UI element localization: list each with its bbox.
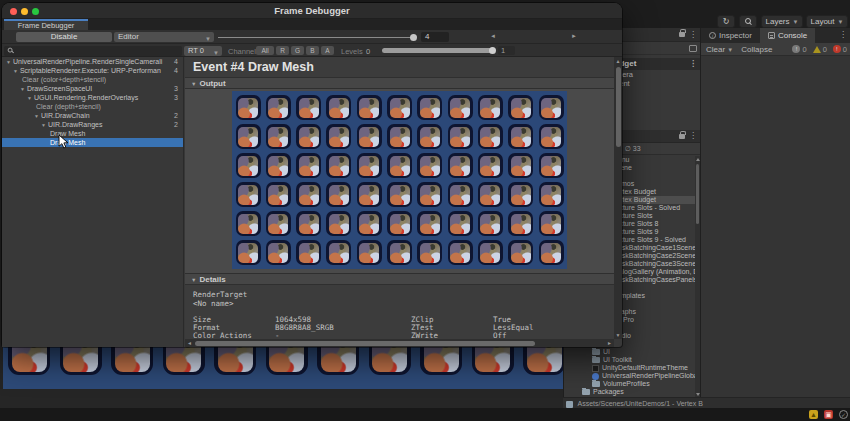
kebab-menu-icon[interactable]: ⋮ — [689, 61, 697, 67]
scroll-up-icon[interactable] — [696, 158, 700, 161]
selected-asset-path: Assets/Scenes/UniteDemos/1 - Vertex B — [578, 400, 703, 407]
event-tree-row[interactable]: Draw Mesh — [2, 138, 183, 147]
console-error-toggle[interactable]: !0 — [833, 45, 847, 54]
project-tree-row[interactable]: UniversalRenderPipelineGlobalSet — [564, 372, 701, 380]
scroll-down-icon[interactable]: ▼ — [616, 332, 621, 338]
project-tree-row[interactable]: UnityDefaultRuntimeTheme — [564, 364, 701, 372]
console-warning-toggle[interactable]: 0 — [813, 45, 827, 54]
asset-label: UniversalRenderPipelineGlobalSet — [602, 372, 701, 379]
project-tree-row[interactable]: UI — [564, 348, 701, 356]
sprite-tile — [326, 153, 351, 178]
event-tree-row[interactable]: Clear (color+depth+stencil) — [2, 75, 183, 84]
channel-b-button[interactable]: B — [306, 46, 319, 55]
error-status-icon[interactable]: ▣ — [824, 410, 833, 419]
levels-max-field[interactable]: 1 — [498, 46, 515, 55]
output-foldout[interactable]: ▼Output — [185, 77, 614, 89]
horizontal-scrollbar[interactable]: ◄ ► — [185, 339, 614, 347]
sprite-tile — [539, 153, 564, 178]
layout-dropdown[interactable]: Layout▼ — [806, 15, 848, 28]
tab-console[interactable]: Console — [760, 28, 815, 43]
lock-icon[interactable] — [679, 134, 685, 139]
project-tree-row[interactable]: Packages — [564, 388, 701, 396]
sprite-tile — [296, 211, 321, 236]
lock-icon[interactable] — [679, 32, 685, 37]
bake-warning-icon[interactable]: ▲ — [809, 410, 818, 419]
sprite-tile — [357, 124, 382, 149]
event-tree-row[interactable]: ▼UniversalRenderPipeline.RenderSingleCam… — [2, 57, 183, 66]
asset-label: MaskBatchingCase1Scene — [612, 244, 696, 251]
foldout-arrow-icon[interactable]: ▼ — [27, 95, 32, 101]
levels-slider-handle[interactable] — [489, 47, 496, 54]
horizontal-scroll-thumb[interactable] — [195, 341, 535, 346]
hidden-count-value: 33 — [633, 145, 641, 152]
tab-frame-debugger[interactable]: Frame Debugger — [4, 19, 88, 30]
sprite-tile — [508, 182, 533, 207]
activity-check-icon[interactable]: ✓ — [839, 410, 848, 419]
output-label: Output — [199, 79, 225, 88]
next-event-button[interactable]: ► — [535, 33, 613, 39]
kebab-menu-icon[interactable]: ⋮ — [839, 32, 847, 38]
target-dropdown[interactable]: Editor ▼ — [114, 32, 214, 42]
event-tree-row[interactable]: ▼DrawScreenSpaceUI3 — [2, 84, 183, 93]
rt-dropdown[interactable]: RT 0 ▼ — [184, 46, 222, 56]
console-info-toggle[interactable]: !0 — [792, 45, 806, 54]
scroll-right-icon[interactable]: ► — [607, 340, 612, 346]
foldout-arrow-icon[interactable]: ▼ — [41, 122, 46, 128]
event-label: UIR.DrawRanges — [48, 121, 102, 128]
kebab-menu-icon[interactable]: ⋮ — [689, 32, 697, 38]
project-tree-row[interactable]: VolumeProfiles — [564, 380, 701, 388]
scroll-left-icon[interactable]: ◄ — [187, 340, 192, 346]
kebab-menu-icon[interactable]: ⋮ — [689, 133, 697, 139]
window-titlebar[interactable]: Frame Debugger — [2, 3, 622, 19]
event-tree-row[interactable]: Clear (depth+stencil) — [2, 102, 183, 111]
foldout-arrow-icon[interactable]: ▼ — [6, 59, 11, 65]
scroll-down-icon[interactable] — [696, 393, 700, 396]
event-tree-row[interactable]: ▼UGUI.Rendering.RenderOverlays3 — [2, 93, 183, 102]
sprite-tile — [236, 153, 261, 178]
vertical-scroll-thumb[interactable] — [616, 67, 621, 147]
foldout-arrow-icon[interactable]: ▼ — [20, 86, 25, 92]
foldout-arrow-icon[interactable]: ▼ — [13, 68, 18, 74]
search-input[interactable] — [4, 46, 182, 56]
event-number-field[interactable]: 4 — [421, 32, 449, 42]
sprite-tile — [539, 240, 564, 265]
search-icon — [8, 48, 14, 54]
scroll-up-icon[interactable]: ▲ — [616, 58, 621, 64]
console-log-area[interactable] — [701, 56, 850, 408]
sprite-tile — [417, 153, 442, 178]
channel-r-button[interactable]: R — [276, 46, 289, 55]
account-icon[interactable]: ↻ — [717, 15, 735, 28]
event-label: DrawScreenSpaceUI — [27, 85, 92, 92]
event-tree-row[interactable]: ▼ScriptableRenderer.Execute: URP-Perform… — [2, 66, 183, 75]
event-count: 4 — [174, 57, 178, 66]
picker-icon[interactable] — [689, 45, 697, 52]
search-button[interactable] — [739, 15, 757, 28]
disable-button[interactable]: Disable — [16, 32, 112, 42]
event-slider-handle[interactable] — [410, 34, 417, 41]
channel-g-button[interactable]: G — [291, 46, 304, 55]
vertical-scrollbar[interactable]: ▲ ▼ — [614, 57, 622, 339]
channel-a-button[interactable]: A — [321, 46, 334, 55]
layers-dropdown[interactable]: Layers▼ — [761, 15, 803, 28]
tab-inspector[interactable]: i Inspector — [701, 28, 760, 43]
event-tree-row[interactable]: ▼UIR.DrawRanges2 — [2, 120, 183, 129]
asset-label: Packages — [593, 388, 624, 395]
console-clear-button[interactable]: Clear ▼ — [706, 45, 733, 54]
levels-slider[interactable] — [382, 48, 492, 53]
asset-label: Texture Slots - Solved — [612, 204, 680, 211]
sprite-tile — [326, 95, 351, 120]
sprite-tile — [508, 124, 533, 149]
channel-all-button[interactable]: All — [256, 46, 274, 55]
project-tree-row[interactable]: UI Toolkit — [564, 356, 701, 364]
hidden-count[interactable]: ∅ 33 — [625, 145, 641, 153]
event-slider-track[interactable] — [218, 37, 416, 39]
event-tree-row[interactable]: ▼UIR.DrawChain2 — [2, 111, 183, 120]
sprite-tile — [296, 182, 321, 207]
foldout-arrow-icon[interactable]: ▼ — [34, 113, 39, 119]
sprite-tile — [357, 211, 382, 236]
console-collapse-button[interactable]: Collapse — [741, 45, 772, 54]
details-foldout[interactable]: ▼Details — [185, 273, 614, 285]
editor-status-bar: ▲ ▣ ✓ — [0, 408, 850, 421]
event-tree-row[interactable]: Draw Mesh — [2, 129, 183, 138]
prev-event-button[interactable]: ◄ — [454, 33, 532, 39]
